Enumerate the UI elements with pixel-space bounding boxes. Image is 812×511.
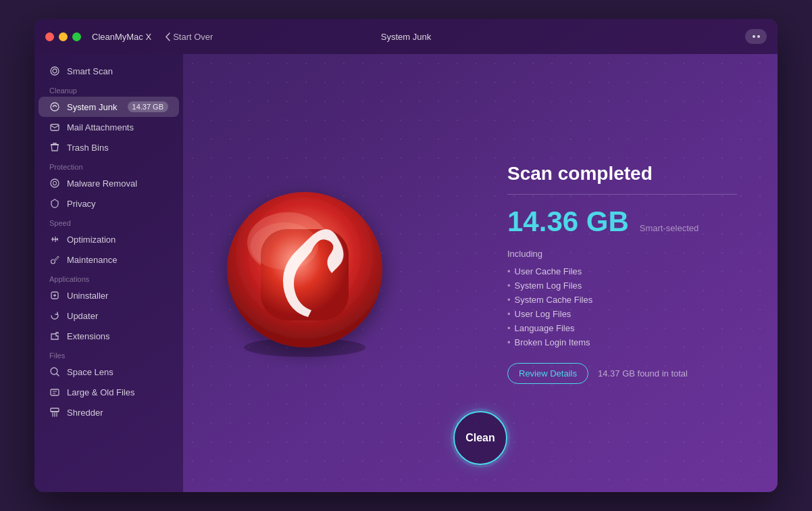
svg-point-9 xyxy=(51,260,55,264)
file-list-item: System Log Files xyxy=(507,278,737,293)
app-logo xyxy=(210,178,399,368)
maintenance-icon xyxy=(49,254,60,265)
system-junk-badge: 14.37 GB xyxy=(128,101,168,112)
svg-point-4 xyxy=(51,179,59,187)
divider xyxy=(507,194,737,195)
svg-rect-12 xyxy=(51,389,59,395)
files-section-label: Files xyxy=(34,346,183,362)
file-list-item: System Cache Files xyxy=(507,293,737,307)
file-list-item: Language Files xyxy=(507,321,737,335)
traffic-lights xyxy=(45,32,81,41)
sidebar-item-smart-scan[interactable]: Smart Scan xyxy=(39,61,179,81)
sidebar-item-shredder[interactable]: Shredder xyxy=(39,402,179,422)
file-list-item: User Cache Files xyxy=(507,264,737,278)
mail-icon xyxy=(49,122,60,132)
close-button[interactable] xyxy=(45,32,54,41)
large-files-icon xyxy=(49,387,60,397)
space-lens-icon xyxy=(49,366,60,377)
minimize-button[interactable] xyxy=(59,32,68,41)
sidebar-item-optimization[interactable]: Optimization xyxy=(39,229,179,249)
updater-icon xyxy=(49,310,60,321)
clean-btn-container: Clean xyxy=(453,411,507,465)
svg-point-1 xyxy=(53,69,57,73)
found-total: 14.37 GB found in total xyxy=(598,368,688,379)
sidebar-item-updater[interactable]: Updater xyxy=(39,306,179,326)
system-junk-icon xyxy=(49,101,60,112)
cleanup-section-label: Cleanup xyxy=(34,81,183,97)
trash-icon xyxy=(49,142,60,153)
scan-completed-title: Scan completed xyxy=(507,163,737,185)
titlebar: CleanMyMac X Start Over System Junk xyxy=(34,19,778,54)
extensions-icon xyxy=(49,331,60,341)
maximize-button[interactable] xyxy=(72,32,81,41)
file-list: User Cache FilesSystem Log FilesSystem C… xyxy=(507,264,737,349)
sidebar: Smart Scan Cleanup System Junk 14.37 GB … xyxy=(34,54,183,492)
dot1 xyxy=(753,35,755,38)
sidebar-item-trash-bins[interactable]: Trash Bins xyxy=(39,137,179,157)
including-label: Including xyxy=(507,249,737,259)
svg-rect-13 xyxy=(51,408,59,412)
review-details-button[interactable]: Review Details xyxy=(507,363,588,384)
app-title: CleanMyMac X xyxy=(92,32,151,42)
svg-point-2 xyxy=(51,103,59,111)
svg-point-19 xyxy=(251,222,318,270)
speed-section-label: Speed xyxy=(34,214,183,229)
dot2 xyxy=(757,35,760,38)
info-panel: Scan completed 14.36 GB Smart-selected I… xyxy=(480,163,737,384)
size-row: 14.36 GB Smart-selected xyxy=(507,205,737,238)
applications-section-label: Applications xyxy=(34,270,183,285)
smart-scan-icon xyxy=(49,66,60,76)
review-row: Review Details 14.37 GB found in total xyxy=(507,363,737,384)
clean-button[interactable]: Clean xyxy=(453,411,507,465)
file-list-item: Broken Login Items xyxy=(507,335,737,349)
file-list-item: User Log Files xyxy=(507,307,737,321)
sidebar-item-large-old-files[interactable]: Large & Old Files xyxy=(39,382,179,402)
smart-selected-label: Smart-selected xyxy=(640,223,699,233)
sidebar-item-extensions[interactable]: Extensions xyxy=(39,326,179,346)
chevron-left-icon xyxy=(165,32,170,41)
main-content: Smart Scan Cleanup System Junk 14.37 GB … xyxy=(34,54,778,492)
privacy-icon xyxy=(49,198,60,209)
sidebar-item-space-lens[interactable]: Space Lens xyxy=(39,362,179,382)
malware-icon xyxy=(49,178,60,189)
shredder-icon xyxy=(49,407,60,418)
start-over-button[interactable]: Start Over xyxy=(165,32,213,42)
app-logo-container xyxy=(197,178,413,368)
sidebar-item-privacy[interactable]: Privacy xyxy=(39,193,179,214)
svg-point-0 xyxy=(51,67,59,75)
sidebar-item-maintenance[interactable]: Maintenance xyxy=(39,249,179,270)
uninstaller-icon xyxy=(49,290,60,301)
size-value: 14.36 GB xyxy=(507,205,629,238)
more-options-button[interactable] xyxy=(745,29,767,44)
sidebar-item-uninstaller[interactable]: Uninstaller xyxy=(39,285,179,306)
protection-section-label: Protection xyxy=(34,157,183,173)
content-area: Scan completed 14.36 GB Smart-selected I… xyxy=(183,54,778,492)
optimization-icon xyxy=(49,234,60,245)
app-window: CleanMyMac X Start Over System Junk xyxy=(34,19,778,492)
sidebar-item-system-junk[interactable]: System Junk 14.37 GB xyxy=(39,97,179,117)
titlebar-right xyxy=(745,29,767,44)
sidebar-item-mail-attachments[interactable]: Mail Attachments xyxy=(39,117,179,137)
window-center-title: System Junk xyxy=(381,32,431,42)
sidebar-item-malware-removal[interactable]: Malware Removal xyxy=(39,173,179,193)
